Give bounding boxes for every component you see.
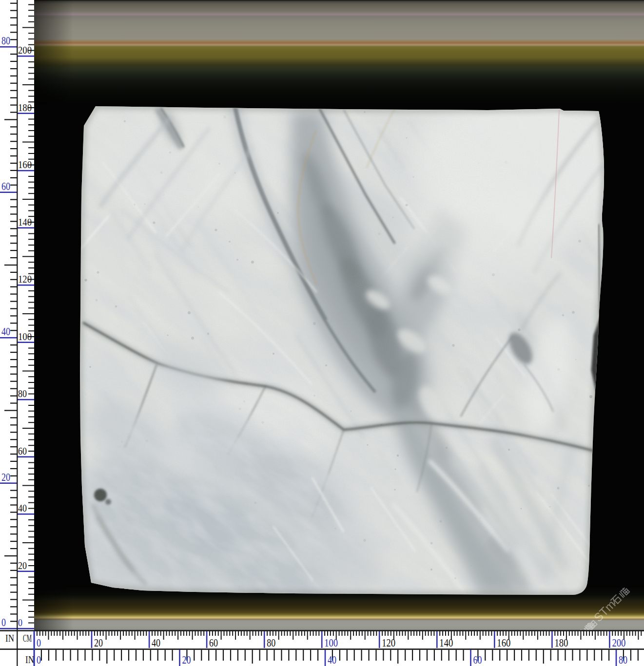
svg-text:60: 60 [18, 445, 27, 457]
svg-text:20: 20 [18, 559, 27, 571]
svg-text:40: 40 [152, 637, 160, 649]
svg-text:120: 120 [382, 637, 395, 649]
svg-text:0: 0 [37, 637, 41, 649]
svg-text:20: 20 [94, 637, 103, 649]
svg-text:180: 180 [18, 101, 32, 114]
svg-text:140: 140 [18, 216, 32, 228]
svg-text:80: 80 [267, 637, 275, 649]
svg-text:120: 120 [18, 273, 32, 285]
svg-text:80: 80 [18, 387, 27, 400]
svg-text:IN: IN [25, 653, 34, 666]
svg-text:160: 160 [497, 637, 510, 649]
svg-text:CM: CM [23, 632, 32, 644]
svg-text:80: 80 [1, 34, 10, 47]
svg-text:80: 80 [619, 654, 627, 666]
svg-text:60: 60 [1, 180, 10, 192]
svg-text:IN: IN [5, 632, 14, 644]
svg-text:100: 100 [324, 637, 338, 649]
svg-text:60: 60 [473, 654, 482, 666]
svg-text:60: 60 [209, 637, 218, 649]
svg-text:180: 180 [554, 637, 568, 649]
svg-text:200: 200 [18, 44, 32, 56]
svg-text:40: 40 [1, 325, 10, 338]
svg-text:0: 0 [18, 616, 22, 628]
svg-text:0: 0 [1, 616, 6, 628]
svg-text:40: 40 [18, 502, 27, 514]
svg-text:20: 20 [1, 471, 10, 483]
svg-text:100: 100 [18, 330, 32, 343]
svg-text:0: 0 [37, 654, 41, 666]
svg-text:20: 20 [182, 654, 191, 666]
svg-text:40: 40 [328, 654, 336, 666]
svg-text:160: 160 [18, 158, 32, 171]
svg-text:140: 140 [439, 637, 453, 649]
svg-text:200: 200 [612, 637, 625, 649]
